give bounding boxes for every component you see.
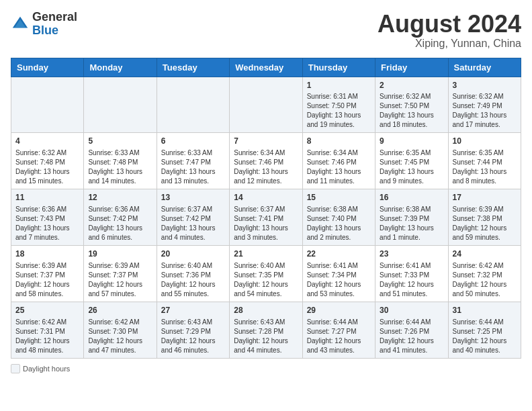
day-number: 9 (380, 136, 443, 147)
day-number: 29 (307, 305, 371, 316)
header-cell-sunday: Sunday (11, 58, 84, 77)
day-info: Sunrise: 6:39 AM Sunset: 7:37 PM Dayligh… (15, 261, 79, 299)
logo: General Blue (11, 11, 77, 38)
day-number: 22 (307, 248, 371, 260)
day-number: 18 (15, 248, 79, 260)
week-row-3: 11Sunrise: 6:36 AM Sunset: 7:43 PM Dayli… (11, 189, 521, 246)
day-cell: 25Sunrise: 6:42 AM Sunset: 7:31 PM Dayli… (11, 302, 84, 358)
week-row-2: 4Sunrise: 6:32 AM Sunset: 7:48 PM Daylig… (11, 133, 521, 189)
day-number: 28 (234, 305, 298, 316)
day-info: Sunrise: 6:39 AM Sunset: 7:38 PM Dayligh… (453, 205, 517, 242)
day-number: 19 (88, 248, 152, 260)
day-number: 15 (307, 192, 371, 203)
day-cell: 7Sunrise: 6:34 AM Sunset: 7:46 PM Daylig… (230, 133, 302, 189)
day-number: 8 (307, 136, 371, 147)
day-info: Sunrise: 6:40 AM Sunset: 7:35 PM Dayligh… (234, 261, 298, 299)
header-cell-wednesday: Wednesday (230, 58, 302, 77)
day-number: 12 (88, 192, 152, 203)
logo-blue: Blue (32, 24, 58, 37)
day-cell: 4Sunrise: 6:32 AM Sunset: 7:48 PM Daylig… (11, 133, 84, 189)
day-cell: 3Sunrise: 6:32 AM Sunset: 7:49 PM Daylig… (448, 77, 521, 133)
day-cell: 28Sunrise: 6:43 AM Sunset: 7:28 PM Dayli… (230, 302, 302, 358)
header-row: SundayMondayTuesdayWednesdayThursdayFrid… (11, 58, 521, 77)
day-number: 1 (307, 80, 371, 91)
header-cell-tuesday: Tuesday (157, 58, 229, 77)
location-subtitle: Xiping, Yunnan, China (378, 38, 521, 50)
logo-text: General Blue (32, 11, 77, 38)
header-cell-friday: Friday (375, 58, 448, 77)
day-info: Sunrise: 6:33 AM Sunset: 7:47 PM Dayligh… (161, 148, 225, 186)
day-number: 21 (234, 248, 298, 260)
day-cell: 1Sunrise: 6:31 AM Sunset: 7:50 PM Daylig… (302, 77, 375, 133)
week-row-1: 1Sunrise: 6:31 AM Sunset: 7:50 PM Daylig… (11, 77, 521, 133)
day-cell: 22Sunrise: 6:41 AM Sunset: 7:34 PM Dayli… (302, 245, 375, 302)
legend: Daylight hours (11, 364, 521, 373)
day-number: 3 (453, 80, 517, 91)
logo-general: General (32, 10, 77, 24)
day-number: 17 (453, 192, 517, 203)
day-number: 26 (88, 305, 152, 316)
day-info: Sunrise: 6:42 AM Sunset: 7:31 PM Dayligh… (15, 318, 79, 355)
day-cell: 11Sunrise: 6:36 AM Sunset: 7:43 PM Dayli… (11, 189, 84, 246)
day-number: 24 (453, 248, 517, 260)
day-number: 16 (380, 192, 443, 203)
day-cell: 19Sunrise: 6:39 AM Sunset: 7:37 PM Dayli… (84, 245, 157, 302)
day-cell: 16Sunrise: 6:38 AM Sunset: 7:39 PM Dayli… (375, 189, 448, 246)
day-number: 4 (15, 136, 79, 147)
page-header: General Blue August 2024 Xiping, Yunnan,… (11, 11, 521, 50)
day-info: Sunrise: 6:43 AM Sunset: 7:29 PM Dayligh… (161, 318, 225, 355)
day-info: Sunrise: 6:42 AM Sunset: 7:32 PM Dayligh… (453, 261, 517, 299)
day-number: 30 (380, 305, 443, 316)
day-info: Sunrise: 6:32 AM Sunset: 7:50 PM Dayligh… (380, 92, 443, 130)
day-cell: 30Sunrise: 6:44 AM Sunset: 7:26 PM Dayli… (375, 302, 448, 358)
day-number: 11 (15, 192, 79, 203)
day-cell (157, 77, 229, 133)
day-cell: 31Sunrise: 6:44 AM Sunset: 7:25 PM Dayli… (448, 302, 521, 358)
day-cell: 13Sunrise: 6:37 AM Sunset: 7:42 PM Dayli… (157, 189, 229, 246)
day-cell (84, 77, 157, 133)
day-info: Sunrise: 6:32 AM Sunset: 7:49 PM Dayligh… (453, 92, 517, 130)
day-number: 20 (161, 248, 225, 260)
day-info: Sunrise: 6:37 AM Sunset: 7:42 PM Dayligh… (161, 205, 225, 242)
day-info: Sunrise: 6:43 AM Sunset: 7:28 PM Dayligh… (234, 318, 298, 355)
day-info: Sunrise: 6:35 AM Sunset: 7:45 PM Dayligh… (380, 148, 443, 186)
day-cell: 20Sunrise: 6:40 AM Sunset: 7:36 PM Dayli… (157, 245, 229, 302)
calendar-table: SundayMondayTuesdayWednesdayThursdayFrid… (11, 58, 521, 359)
day-info: Sunrise: 6:38 AM Sunset: 7:39 PM Dayligh… (380, 205, 443, 242)
day-cell: 23Sunrise: 6:41 AM Sunset: 7:33 PM Dayli… (375, 245, 448, 302)
day-cell (11, 77, 84, 133)
generalblue-logo-icon (11, 15, 30, 34)
day-cell: 9Sunrise: 6:35 AM Sunset: 7:45 PM Daylig… (375, 133, 448, 189)
day-info: Sunrise: 6:42 AM Sunset: 7:30 PM Dayligh… (88, 318, 152, 355)
day-info: Sunrise: 6:35 AM Sunset: 7:44 PM Dayligh… (453, 148, 517, 186)
daylight-legend-color (11, 364, 20, 373)
day-cell: 21Sunrise: 6:40 AM Sunset: 7:35 PM Dayli… (230, 245, 302, 302)
header-cell-monday: Monday (84, 58, 157, 77)
day-number: 23 (380, 248, 443, 260)
day-info: Sunrise: 6:36 AM Sunset: 7:42 PM Dayligh… (88, 205, 152, 242)
day-cell: 5Sunrise: 6:33 AM Sunset: 7:48 PM Daylig… (84, 133, 157, 189)
day-number: 13 (161, 192, 225, 203)
day-info: Sunrise: 6:33 AM Sunset: 7:48 PM Dayligh… (88, 148, 152, 186)
day-number: 27 (161, 305, 225, 316)
day-cell: 27Sunrise: 6:43 AM Sunset: 7:29 PM Dayli… (157, 302, 229, 358)
header-cell-saturday: Saturday (448, 58, 521, 77)
day-cell: 17Sunrise: 6:39 AM Sunset: 7:38 PM Dayli… (448, 189, 521, 246)
week-row-4: 18Sunrise: 6:39 AM Sunset: 7:37 PM Dayli… (11, 245, 521, 302)
day-info: Sunrise: 6:39 AM Sunset: 7:37 PM Dayligh… (88, 261, 152, 299)
day-cell: 12Sunrise: 6:36 AM Sunset: 7:42 PM Dayli… (84, 189, 157, 246)
day-info: Sunrise: 6:34 AM Sunset: 7:46 PM Dayligh… (234, 148, 298, 186)
title-block: August 2024 Xiping, Yunnan, China (378, 11, 521, 50)
day-cell: 26Sunrise: 6:42 AM Sunset: 7:30 PM Dayli… (84, 302, 157, 358)
day-cell: 24Sunrise: 6:42 AM Sunset: 7:32 PM Dayli… (448, 245, 521, 302)
day-cell: 8Sunrise: 6:34 AM Sunset: 7:46 PM Daylig… (302, 133, 375, 189)
calendar-header: SundayMondayTuesdayWednesdayThursdayFrid… (11, 58, 521, 77)
daylight-legend-label: Daylight hours (23, 365, 70, 373)
day-cell (230, 77, 302, 133)
day-number: 10 (453, 136, 517, 147)
day-info: Sunrise: 6:36 AM Sunset: 7:43 PM Dayligh… (15, 205, 79, 242)
day-info: Sunrise: 6:44 AM Sunset: 7:27 PM Dayligh… (307, 318, 371, 355)
calendar-body: 1Sunrise: 6:31 AM Sunset: 7:50 PM Daylig… (11, 77, 521, 358)
day-cell: 15Sunrise: 6:38 AM Sunset: 7:40 PM Dayli… (302, 189, 375, 246)
day-info: Sunrise: 6:44 AM Sunset: 7:26 PM Dayligh… (380, 318, 443, 355)
